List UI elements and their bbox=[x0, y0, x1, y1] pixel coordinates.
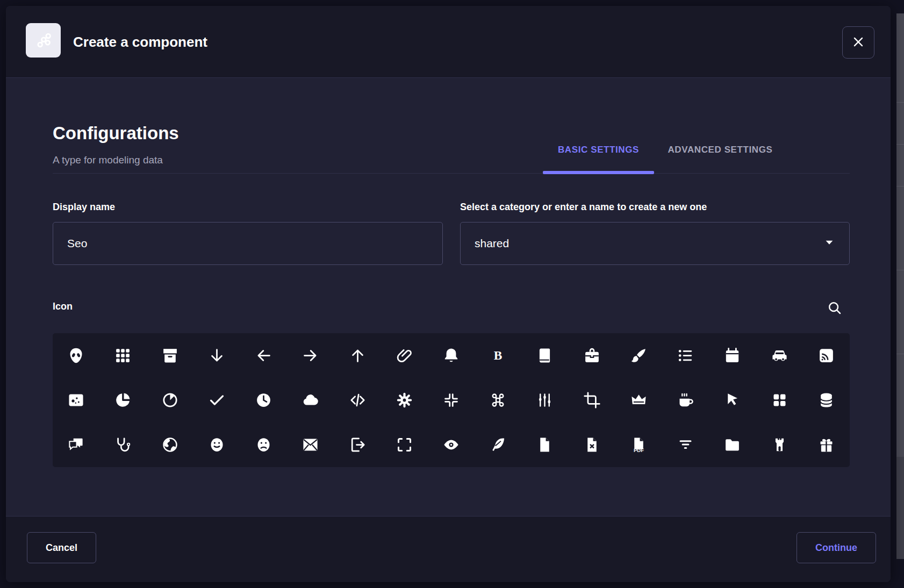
earth-icon[interactable] bbox=[146, 422, 193, 467]
svg-text:PDF: PDF bbox=[634, 447, 644, 453]
cup-icon[interactable] bbox=[662, 378, 709, 422]
background-row-divider bbox=[896, 457, 904, 559]
chart-pie-icon[interactable] bbox=[146, 378, 193, 422]
category-select-value: shared bbox=[475, 237, 509, 250]
background-row-divider bbox=[896, 144, 904, 145]
background-row-divider bbox=[896, 102, 904, 103]
page-title: Configurations bbox=[53, 123, 179, 144]
gift-icon[interactable] bbox=[803, 422, 850, 467]
icon-search-button[interactable] bbox=[823, 297, 846, 320]
arrow-down-icon[interactable] bbox=[193, 333, 240, 378]
chevron-down-icon bbox=[823, 236, 835, 251]
envelop-icon[interactable] bbox=[287, 422, 334, 467]
crop-icon[interactable] bbox=[569, 378, 615, 422]
doctor-icon[interactable] bbox=[99, 422, 146, 467]
car-icon[interactable] bbox=[756, 333, 803, 378]
icon-grid: BPDF bbox=[53, 333, 850, 467]
command-icon[interactable] bbox=[475, 378, 521, 422]
cog-icon[interactable] bbox=[381, 378, 428, 422]
exit-icon[interactable] bbox=[334, 422, 381, 467]
collapse-icon[interactable] bbox=[428, 378, 475, 422]
bullet-list-icon[interactable] bbox=[662, 333, 709, 378]
chart-circle-icon[interactable] bbox=[99, 378, 146, 422]
emotion-unhappy-icon[interactable] bbox=[240, 422, 287, 467]
file-error-icon[interactable] bbox=[569, 422, 615, 467]
chart-bubble-icon[interactable] bbox=[53, 378, 99, 422]
clock-icon[interactable] bbox=[240, 378, 287, 422]
cancel-button[interactable]: Cancel bbox=[27, 532, 96, 563]
attachment-icon[interactable] bbox=[381, 333, 428, 378]
crown-icon[interactable] bbox=[615, 378, 662, 422]
book-icon[interactable] bbox=[521, 333, 568, 378]
calendar-icon[interactable] bbox=[709, 333, 756, 378]
category-select[interactable]: shared bbox=[460, 222, 850, 265]
feather-icon[interactable] bbox=[475, 422, 521, 467]
category-label: Select a category or enter a name to cre… bbox=[460, 202, 707, 213]
close-icon bbox=[851, 35, 865, 51]
database-icon[interactable] bbox=[803, 378, 850, 422]
dashboard-icon[interactable] bbox=[756, 378, 803, 422]
bold-icon[interactable]: B bbox=[475, 333, 521, 378]
arrow-right-icon[interactable] bbox=[287, 333, 334, 378]
bell-icon[interactable] bbox=[428, 333, 475, 378]
modal-header: Create a component bbox=[6, 6, 891, 78]
cloud-icon[interactable] bbox=[287, 378, 334, 422]
file-icon[interactable] bbox=[521, 422, 568, 467]
gate-icon[interactable] bbox=[756, 422, 803, 467]
background-row-divider bbox=[896, 270, 904, 270]
arrow-left-icon[interactable] bbox=[240, 333, 287, 378]
check-icon[interactable] bbox=[193, 378, 240, 422]
modal-title: Create a component bbox=[73, 6, 207, 78]
eye-icon[interactable] bbox=[428, 422, 475, 467]
tabs-divider bbox=[53, 173, 850, 174]
cast-icon[interactable] bbox=[803, 333, 850, 378]
svg-text:B: B bbox=[494, 348, 503, 362]
expand-icon[interactable] bbox=[381, 422, 428, 467]
close-button[interactable] bbox=[842, 26, 874, 59]
discuss-icon[interactable] bbox=[53, 422, 99, 467]
icon-section-label: Icon bbox=[53, 301, 73, 312]
arrow-up-icon[interactable] bbox=[334, 333, 381, 378]
component-icon bbox=[26, 23, 61, 58]
file-pdf-icon[interactable]: PDF bbox=[615, 422, 662, 467]
folder-icon[interactable] bbox=[709, 422, 756, 467]
tab-basic-settings[interactable]: BASIC SETTINGS bbox=[543, 135, 654, 173]
cursor-icon[interactable] bbox=[709, 378, 756, 422]
archive-icon[interactable] bbox=[146, 333, 193, 378]
settings-tabs: BASIC SETTINGS ADVANCED SETTINGS bbox=[543, 135, 786, 173]
emotion-happy-icon[interactable] bbox=[193, 422, 240, 467]
page-subtitle: A type for modeling data bbox=[53, 154, 163, 166]
create-component-modal: Create a component Configurations A type… bbox=[6, 6, 891, 582]
briefcase-icon[interactable] bbox=[569, 333, 615, 378]
alien-icon[interactable] bbox=[53, 333, 99, 378]
search-icon bbox=[827, 300, 843, 318]
filter-icon[interactable] bbox=[662, 422, 709, 467]
continue-button[interactable]: Continue bbox=[797, 532, 876, 563]
background-page-strip bbox=[896, 13, 904, 559]
background-row-divider bbox=[896, 186, 904, 187]
connector-icon[interactable] bbox=[521, 378, 568, 422]
background-row-divider bbox=[896, 354, 904, 354]
code-icon[interactable] bbox=[334, 378, 381, 422]
tab-advanced-settings[interactable]: ADVANCED SETTINGS bbox=[654, 135, 786, 173]
brush-icon[interactable] bbox=[615, 333, 662, 378]
display-name-input[interactable] bbox=[53, 222, 443, 265]
display-name-label: Display name bbox=[53, 202, 115, 213]
apps-icon[interactable] bbox=[99, 333, 146, 378]
modal-footer: Cancel Continue bbox=[6, 516, 891, 582]
